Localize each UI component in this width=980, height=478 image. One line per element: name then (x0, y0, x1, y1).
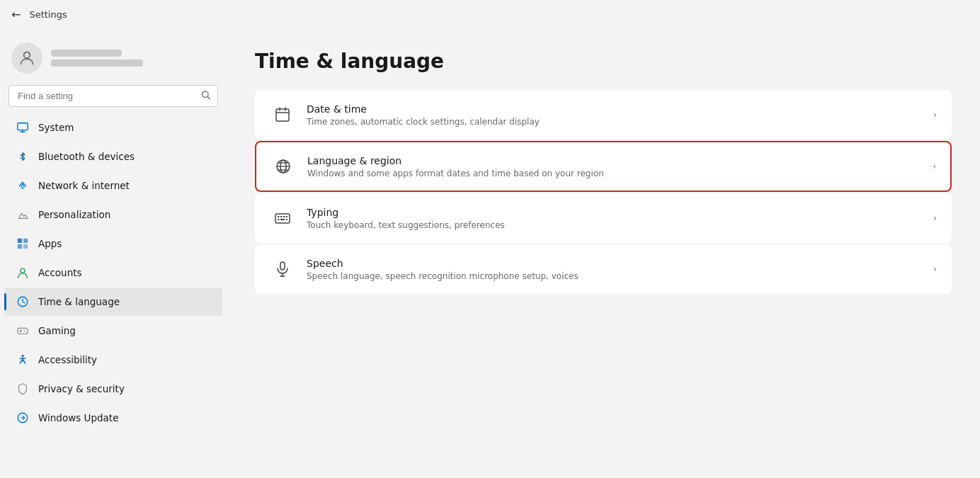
svg-line-2 (207, 96, 210, 98)
page-title: Time & language (255, 50, 952, 73)
speech-text: Speech Speech language, speech recogniti… (307, 258, 922, 281)
sidebar-item-gaming[interactable]: Gaming (4, 317, 222, 345)
date-time-title: Date & time (307, 103, 922, 115)
speech-title: Speech (307, 258, 922, 269)
sidebar-item-privacy[interactable]: Privacy & security (4, 375, 222, 403)
typing-title: Typing (307, 207, 922, 218)
sidebar-item-personalization-label: Personalization (38, 209, 110, 220)
svg-rect-10 (23, 244, 28, 249)
search-input[interactable] (8, 85, 218, 107)
speech-desc: Speech language, speech recognition micr… (307, 271, 922, 281)
sidebar-item-accessibility-label: Accessibility (38, 354, 97, 365)
svg-rect-32 (283, 216, 285, 217)
svg-rect-9 (18, 244, 22, 249)
privacy-icon (16, 382, 30, 396)
gaming-icon (16, 324, 30, 338)
content-area: Time & language Date & time Time zones, … (227, 28, 980, 478)
sidebar-item-update[interactable]: Windows Update (4, 404, 222, 432)
bluetooth-icon (16, 149, 30, 164)
sidebar-item-time[interactable]: Time & language (4, 288, 222, 316)
typing-text: Typing Touch keyboard, text suggestions,… (307, 207, 922, 230)
sidebar-item-accounts[interactable]: Accounts (4, 258, 222, 287)
typing-chevron: › (933, 213, 937, 223)
settings-item-typing[interactable]: Typing Touch keyboard, text suggestions,… (255, 193, 952, 243)
user-name (51, 50, 122, 57)
search-icon (201, 90, 211, 102)
svg-rect-36 (286, 219, 287, 220)
date-time-text: Date & time Time zones, automatic clock … (307, 103, 922, 127)
speech-icon (270, 256, 295, 282)
typing-icon (270, 205, 295, 231)
accounts-icon (16, 266, 30, 280)
sidebar-item-personalization[interactable]: Personalization (4, 200, 222, 229)
date-time-desc: Time zones, automatic clock settings, ca… (307, 117, 922, 127)
sidebar-item-apps-label: Apps (38, 238, 62, 249)
speech-chevron: › (933, 264, 937, 274)
sidebar-item-bluetooth[interactable]: Bluetooth & devices (4, 142, 222, 171)
svg-rect-34 (278, 219, 280, 220)
typing-desc: Touch keyboard, text suggestions, prefer… (307, 220, 922, 230)
date-time-chevron: › (933, 110, 937, 120)
network-icon (16, 178, 30, 193)
svg-rect-33 (286, 216, 287, 217)
sidebar-nav: System Bluetooth & devices (0, 113, 227, 433)
sidebar-item-update-label: Windows Update (38, 412, 118, 423)
svg-point-0 (24, 52, 30, 58)
main-layout: System Bluetooth & devices (0, 28, 980, 478)
user-info (51, 50, 143, 67)
avatar (11, 42, 42, 74)
accessibility-icon (16, 353, 30, 367)
language-desc: Windows and some apps format dates and t… (307, 169, 921, 178)
settings-list: Date & time Time zones, automatic clock … (255, 90, 952, 294)
svg-rect-13 (18, 328, 28, 334)
svg-point-11 (21, 268, 25, 273)
date-time-icon (270, 102, 295, 127)
sidebar-item-accessibility[interactable]: Accessibility (4, 346, 222, 374)
update-icon (16, 411, 30, 425)
sidebar-item-bluetooth-label: Bluetooth & devices (38, 151, 135, 162)
sidebar-item-privacy-label: Privacy & security (38, 383, 125, 394)
language-icon (270, 154, 296, 179)
sidebar-item-time-label: Time & language (38, 296, 120, 307)
sidebar-item-network-label: Network & internet (38, 180, 130, 191)
language-chevron: › (933, 161, 936, 171)
title-bar: ← Settings (0, 0, 980, 28)
sidebar: System Bluetooth & devices (0, 28, 227, 478)
time-icon (16, 295, 30, 309)
svg-point-17 (25, 331, 25, 331)
sidebar-item-network[interactable]: Network & internet (4, 171, 222, 200)
svg-rect-31 (280, 216, 283, 217)
settings-item-language[interactable]: Language & region Windows and some apps … (255, 141, 952, 192)
svg-rect-20 (276, 109, 289, 121)
svg-rect-29 (275, 214, 290, 223)
language-text: Language & region Windows and some apps … (307, 155, 921, 178)
svg-rect-35 (280, 219, 285, 220)
sidebar-item-gaming-label: Gaming (38, 325, 76, 336)
back-button[interactable]: ← (11, 8, 21, 21)
svg-rect-37 (280, 262, 285, 270)
sidebar-item-apps[interactable]: Apps (4, 229, 222, 258)
sidebar-item-system-label: System (38, 122, 74, 133)
svg-rect-3 (18, 123, 28, 130)
svg-point-16 (24, 330, 25, 331)
sidebar-item-accounts-label: Accounts (38, 267, 82, 278)
personalization-icon (16, 207, 30, 222)
app-title: Settings (29, 9, 67, 20)
search-box (8, 85, 218, 107)
svg-rect-7 (18, 239, 22, 243)
apps-icon (16, 237, 30, 251)
svg-point-18 (21, 355, 23, 357)
language-title: Language & region (307, 155, 921, 166)
svg-point-6 (22, 187, 24, 189)
system-icon (16, 120, 30, 135)
user-section[interactable] (0, 34, 227, 85)
settings-item-date-time[interactable]: Date & time Time zones, automatic clock … (255, 90, 952, 140)
svg-rect-30 (278, 216, 280, 217)
user-email (51, 59, 143, 67)
sidebar-item-system[interactable]: System (4, 113, 222, 142)
settings-item-speech[interactable]: Speech Speech language, speech recogniti… (255, 244, 952, 294)
svg-rect-8 (23, 239, 28, 243)
